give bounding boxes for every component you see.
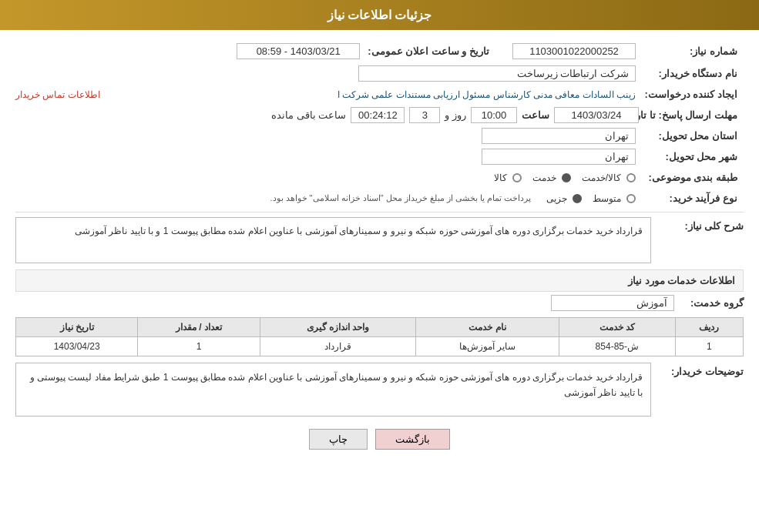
back-button[interactable]: بازگشت — [375, 429, 450, 450]
col-need-date: تاریخ نیاز — [16, 318, 138, 337]
buyer-name-label: نام دستگاه خریدار: — [643, 65, 744, 82]
category-radio-kala-khedmat — [626, 173, 636, 182]
col-service-code: کد خدمت — [559, 318, 675, 337]
process-label: نوع فرآیند خرید: — [643, 189, 744, 207]
announcement-datetime-label: تاریخ و ساعت اعلان عمومی: — [368, 45, 489, 57]
category-label: طبقه بندی موضوعی: — [643, 169, 744, 186]
send-date-time-label: ساعت — [522, 109, 549, 121]
table-row: 1ش-85-854سایر آموزش‌هاقرارداد11403/04/23 — [16, 337, 744, 356]
category-option-kala-khedmat: کالا/خدمت — [582, 172, 636, 183]
process-option-jozi: جزیی — [546, 193, 582, 204]
print-button[interactable]: چاپ — [309, 429, 368, 450]
announcement-datetime-value: 1403/03/21 - 08:59 — [237, 43, 360, 59]
buyer-name-value: شرکت ارتباطات زیرساخت — [358, 65, 636, 82]
category-option-kala: کالا — [494, 172, 522, 183]
category-radio-kala — [512, 173, 522, 182]
category-option-khedmat: خدمت — [532, 172, 571, 183]
send-date-time: 10:00 — [471, 107, 517, 123]
service-table: ردیف کد خدمت نام خدمت واحد اندازه گیری ت… — [15, 317, 744, 356]
need-number-value: 1103001022000252 — [512, 43, 636, 59]
process-radio-motavasset — [626, 194, 636, 203]
buyer-desc-label: توضیحات خریدار: — [659, 366, 744, 377]
bottom-buttons: بازگشت چاپ — [15, 429, 744, 450]
buyer-desc-value: قرارداد خرید خدمات برگزاری دوره های آموز… — [15, 363, 651, 417]
service-group-value: آموزش — [551, 295, 674, 311]
province-value: تهران — [482, 128, 636, 144]
need-number-label: شماره نیاز: — [643, 42, 744, 60]
process-options: جزیی متوسط — [546, 193, 636, 204]
send-date-remaining-label: ساعت باقی مانده — [271, 109, 346, 121]
page-header: جزئیات اطلاعات نیاز — [0, 0, 759, 30]
col-row-num: ردیف — [675, 318, 743, 337]
city-value: تهران — [482, 149, 636, 165]
process-option-motavasset: متوسط — [593, 193, 636, 204]
send-date-remaining: 00:24:12 — [351, 107, 405, 123]
creator-label: ایجاد کننده درخواست: — [643, 85, 744, 103]
send-date-label: مهلت ارسال پاسخ: تا تاریخ: — [643, 106, 744, 124]
creator-value: زینب السادات معافی مدنی کارشناس مسئول ار… — [108, 89, 636, 100]
service-group-label: گروه خدمت: — [682, 297, 744, 309]
category-radio-khedmat — [562, 173, 571, 182]
need-description-label: شرح کلی نیاز: — [659, 220, 744, 232]
col-service-name: نام خدمت — [416, 318, 559, 337]
send-date-days: 3 — [409, 107, 440, 123]
province-label: استان محل تحویل: — [643, 127, 744, 145]
col-quantity: تعداد / مقدار — [138, 318, 260, 337]
need-description-value: قرارداد خرید خدمات برگزاری دوره های آموز… — [15, 217, 651, 263]
send-date-days-label: روز و — [445, 109, 466, 121]
city-label: شهر محل تحویل: — [643, 148, 744, 166]
service-info-header: اطلاعات خدمات مورد نیاز — [15, 269, 744, 292]
send-date-date: 1403/03/24 — [554, 107, 639, 123]
page-title: جزئیات اطلاعات نیاز — [327, 8, 432, 22]
col-unit: واحد اندازه گیری — [260, 318, 416, 337]
creator-contact-link[interactable]: اطلاعات تماس خریدار — [15, 89, 100, 100]
process-note: پرداخت تمام یا بخشی از مبلغ خریداز محل "… — [270, 193, 531, 203]
process-radio-jozi — [573, 194, 582, 203]
category-options: کالا خدمت کالا/خدمت — [494, 172, 636, 183]
